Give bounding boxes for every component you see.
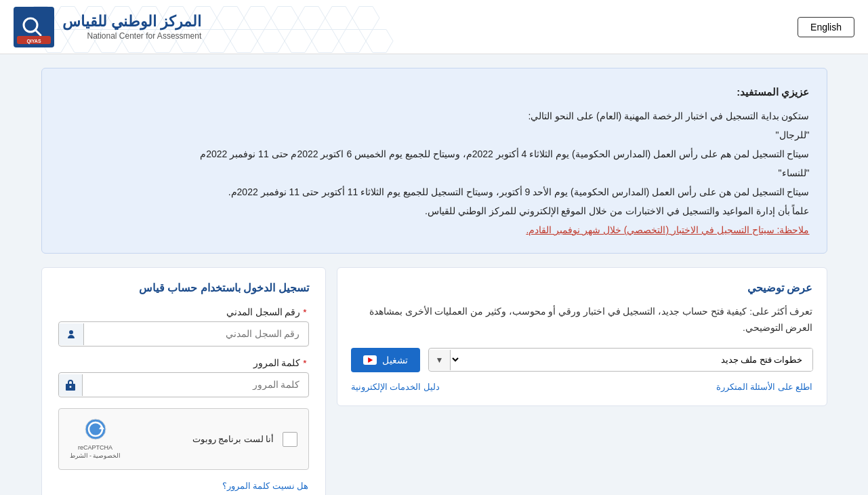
svg-marker-10 [298,7,325,30]
notice-line4: "للنساء" [59,163,810,182]
civil-id-field-group: * رقم السجل المدني [58,306,309,346]
header-right: المركز الوطني للقياس National Center for… [14,7,201,47]
play-label: تشغيل [382,355,408,365]
faq-link[interactable]: اطلع على الأسئلة المتكررة [716,382,813,392]
header: English المركز الوطني للقياس National Ce… [0,0,868,54]
services-guide-link[interactable]: دليل الخدمات الإلكترونية [351,382,440,392]
user-icon [59,323,84,345]
file-dropdown[interactable]: خطوات فتح ملف جديد ▼ [428,348,813,372]
captcha-left: أنا لست برنامج روبوت [192,432,297,447]
language-button[interactable]: English [798,17,854,37]
captcha-checkbox[interactable] [283,432,297,447]
civil-id-input[interactable] [84,322,308,346]
file-dropdown-select[interactable]: خطوات فتح ملف جديد [451,349,812,371]
demo-panel-title: عرض توضيحي [351,281,813,294]
svg-marker-21 [257,30,285,53]
demo-panel: عرض توضيحي تعرف أكثر على: كيفية فتح حساب… [337,267,827,406]
notice-title: عزيزي المستفيد: [59,82,810,102]
civil-id-label: * رقم السجل المدني [58,306,309,317]
notice-line3: سيتاح التسجيل لمن هم على رأس العمل (المد… [59,144,810,163]
play-button[interactable]: تشغيل [351,348,420,372]
lock-icon [59,374,83,396]
logo-arabic: المركز الوطني للقياس [62,13,201,31]
svg-text:QIYAS: QIYAS [26,39,41,44]
civil-id-input-wrapper [58,321,309,346]
svg-marker-23 [312,30,339,53]
svg-marker-12 [352,7,379,30]
forgot-password-link[interactable]: هل نسيت كلمة المرور؟ [58,481,309,491]
recaptcha-logo-icon [85,418,106,440]
svg-marker-7 [217,7,244,30]
notice-line6: علماً بأن إدارة المواعيد والتسجيل في الا… [59,201,810,220]
captcha-box[interactable]: أنا لست برنامج روبوت reCAPTCHA الخصوصية … [58,408,309,470]
captcha-privacy: الخصوصية - الشرط [70,452,121,460]
notice-line5: سيتاح التسجيل لمن هن على رأس العمل (المد… [59,182,810,201]
svg-marker-11 [325,7,352,30]
svg-marker-22 [285,30,312,53]
main-content: عزيزي المستفيد: ستكون بداية التسجيل في ا… [28,68,841,495]
header-left: English [798,17,854,37]
svg-marker-20 [230,30,257,53]
notice-line1: ستكون بداية التسجيل في اختبار الرخصة الم… [59,106,810,125]
dropdown-arrow-icon: ▼ [429,350,451,370]
captcha-text: أنا لست برنامج روبوت [192,434,274,444]
youtube-icon [363,355,377,365]
two-col-layout: عرض توضيحي تعرف أكثر على: كيفية فتح حساب… [41,267,827,495]
notice-link[interactable]: ملاحظة: سيتاح التسجيل في الاختبار (التخص… [526,224,809,235]
demo-description: تعرف أكثر على: كيفية فتح حساب جديد، التس… [351,304,813,337]
login-panel-title: تسجيل الدخول باستخدام حساب قياس [58,281,309,294]
captcha-right: reCAPTCHA الخصوصية - الشرط [70,418,121,460]
logo-icon: QIYAS [14,7,54,47]
svg-marker-25 [366,30,393,53]
password-label: * كلمة المرور [58,357,309,368]
svg-marker-8 [244,7,271,30]
svg-marker-24 [339,30,366,53]
demo-links: اطلع على الأسئلة المتكررة دليل الخدمات ا… [351,382,813,392]
password-input-wrapper [58,372,309,397]
svg-marker-9 [271,7,298,30]
recaptcha-label: reCAPTCHA [70,444,121,452]
login-panel: تسجيل الدخول باستخدام حساب قياس * رقم ال… [41,267,326,495]
password-required: * [303,358,306,368]
civil-id-required: * [303,307,306,317]
logo-text: المركز الوطني للقياس National Center for… [62,13,201,40]
logo-english: National Center for Assessment [62,31,201,41]
svg-marker-19 [203,30,230,53]
password-field-group: * كلمة المرور [58,357,309,397]
password-input[interactable] [83,373,308,397]
notice-line2: "للرجال" [59,125,810,144]
notice-box: عزيزي المستفيد: ستكون بداية التسجيل في ا… [41,68,827,254]
